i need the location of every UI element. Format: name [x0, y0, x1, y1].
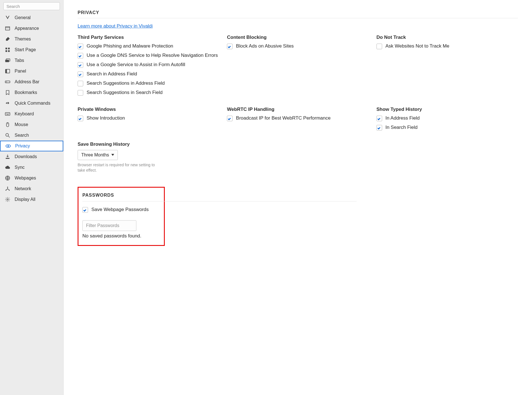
save-passwords-label: Save Webpage Passwords: [91, 207, 149, 213]
address-icon: [4, 79, 11, 85]
sidebar-item-label: Network: [15, 186, 31, 191]
do-not-track-col: Do Not Track Ask Websites Not to Track M…: [377, 35, 518, 99]
svg-line-19: [8, 136, 10, 138]
do-not-track-option-0[interactable]: Ask Websites Not to Track Me: [377, 43, 518, 50]
save-passwords-checkbox[interactable]: [82, 207, 88, 213]
sidebar-item-display-all[interactable]: Display All: [0, 194, 63, 205]
svg-point-9: [6, 82, 7, 82]
third-party-checkbox-0[interactable]: [78, 44, 83, 49]
private-windows-heading: Private Windows: [78, 107, 219, 112]
webrtc-checkbox-0[interactable]: [227, 116, 233, 121]
save-history-heading: Save Browsing History: [78, 142, 518, 147]
content-blocking-checkbox-0[interactable]: [227, 44, 233, 49]
third-party-checkbox-1[interactable]: [78, 53, 83, 59]
search-input[interactable]: [3, 2, 60, 10]
sidebar-item-label: Search: [15, 133, 29, 138]
third-party-label-1: Use a Google DNS Service to Help Resolve…: [87, 52, 218, 59]
svg-point-18: [6, 133, 8, 136]
svg-rect-13: [8, 113, 8, 114]
svg-rect-8: [5, 81, 10, 83]
sidebar-item-label: Webpages: [15, 176, 36, 181]
sidebar-item-appearance[interactable]: Appearance: [0, 23, 63, 34]
third-party-heading: Third Party Services: [78, 35, 219, 40]
sidebar-item-label: Quick Commands: [15, 101, 50, 106]
sidebar-item-start-page[interactable]: Start Page: [0, 44, 63, 55]
content-blocking-col: Content Blocking Block Ads on Abusive Si…: [227, 35, 368, 99]
private-windows-checkbox-0[interactable]: [78, 116, 83, 121]
sidebar-item-bookmarks[interactable]: Bookmarks: [0, 87, 63, 98]
sidebar-item-tabs[interactable]: Tabs: [0, 55, 63, 66]
third-party-option-5[interactable]: Search Suggestions in Search Field: [78, 89, 219, 96]
typed-history-label-0: In Address Field: [386, 115, 420, 122]
search-wrap: [0, 2, 63, 12]
search-icon: [4, 132, 11, 138]
sidebar-item-themes[interactable]: Themes: [0, 34, 63, 44]
webrtc-col: WebRTC IP Handling Broadcast IP for Best…: [227, 107, 368, 134]
save-history-value: Three Months: [81, 152, 109, 158]
sidebar-item-label: Keyboard: [15, 111, 34, 116]
third-party-option-2[interactable]: Use a Google Service to Assist in Form A…: [78, 62, 219, 68]
gear-icon: [4, 196, 11, 203]
content-blocking-label-0: Block Ads on Abusive Sites: [236, 43, 294, 50]
cloud-icon: [4, 164, 11, 170]
typed-history-option-1[interactable]: In Search Field: [377, 124, 518, 131]
globe-icon: [4, 175, 11, 181]
vivaldi-icon: [4, 15, 11, 21]
sidebar-item-mouse[interactable]: Mouse: [0, 119, 63, 130]
learn-more-link[interactable]: Learn more about Privacy in Vivaldi: [78, 23, 153, 29]
sidebar-item-label: Downloads: [15, 154, 37, 159]
command-icon: [4, 100, 11, 106]
third-party-label-4: Search Suggestions in Address Field: [87, 80, 165, 87]
third-party-option-3[interactable]: Search in Address Field: [78, 71, 219, 77]
sidebar-nav: GeneralAppearanceThemesStart PageTabsPan…: [0, 12, 63, 205]
third-party-option-4[interactable]: Search Suggestions in Address Field: [78, 80, 219, 87]
keyboard-icon: [4, 111, 11, 117]
do-not-track-label-0: Ask Websites Not to Track Me: [386, 43, 449, 50]
sidebar-item-privacy[interactable]: Privacy: [0, 141, 63, 151]
sidebar-item-general[interactable]: General: [0, 12, 63, 23]
third-party-col: Third Party Services Google Phishing and…: [78, 35, 219, 99]
svg-rect-12: [7, 113, 8, 114]
sidebar-item-address-bar[interactable]: Address Bar: [0, 77, 63, 87]
passwords-divider: [82, 201, 357, 201]
svg-rect-10: [5, 113, 10, 115]
third-party-checkbox-3[interactable]: [78, 71, 83, 77]
typed-history-checkbox-1[interactable]: [377, 125, 382, 131]
third-party-checkbox-5[interactable]: [78, 90, 83, 96]
do-not-track-checkbox-0[interactable]: [377, 44, 382, 49]
third-party-option-0[interactable]: Google Phishing and Malware Protection: [78, 43, 219, 50]
sidebar-item-label: Appearance: [15, 26, 39, 31]
save-history-block: Save Browsing History Three Months Brows…: [78, 142, 518, 173]
svg-point-23: [7, 187, 8, 188]
typed-history-heading: Show Typed History: [377, 107, 518, 112]
sidebar-item-label: Bookmarks: [15, 90, 37, 95]
typed-history-col: Show Typed History In Address FieldIn Se…: [377, 107, 518, 134]
filter-passwords-input[interactable]: [82, 220, 136, 231]
sidebar-item-quick-commands[interactable]: Quick Commands: [0, 98, 63, 109]
private-windows-option-0[interactable]: Show Introduction: [78, 115, 219, 122]
sidebar-item-sync[interactable]: Sync: [0, 162, 63, 173]
sidebar-item-keyboard[interactable]: Keyboard: [0, 109, 63, 119]
privacy-top-grid: Third Party Services Google Phishing and…: [78, 35, 518, 134]
save-history-select[interactable]: Three Months: [78, 150, 118, 160]
typed-history-checkbox-0[interactable]: [377, 116, 382, 121]
third-party-checkbox-4[interactable]: [78, 81, 83, 86]
sidebar-item-webpages[interactable]: Webpages: [0, 173, 63, 183]
save-passwords-option[interactable]: Save Webpage Passwords: [82, 207, 160, 213]
privacy-section: PRIVACY Learn more about Privacy in Viva…: [78, 10, 518, 173]
content-blocking-heading: Content Blocking: [227, 35, 368, 40]
typed-history-option-0[interactable]: In Address Field: [377, 115, 518, 122]
sidebar-item-downloads[interactable]: Downloads: [0, 151, 63, 162]
window-icon: [4, 25, 11, 32]
sidebar-item-search[interactable]: Search: [0, 130, 63, 141]
third-party-checkbox-2[interactable]: [78, 62, 83, 68]
content-blocking-option-0[interactable]: Block Ads on Abusive Sites: [227, 43, 368, 50]
svg-rect-2: [6, 50, 7, 52]
passwords-highlight-box: PASSWORDS Save Webpage Passwords No save…: [78, 187, 165, 246]
panel-icon: [4, 68, 11, 74]
sidebar-item-network[interactable]: Network: [0, 183, 63, 194]
webrtc-option-0[interactable]: Broadcast IP for Best WebRTC Performance: [227, 115, 368, 122]
sidebar-item-panel[interactable]: Panel: [0, 66, 63, 77]
download-icon: [4, 154, 11, 160]
third-party-option-1[interactable]: Use a Google DNS Service to Help Resolve…: [78, 52, 219, 59]
